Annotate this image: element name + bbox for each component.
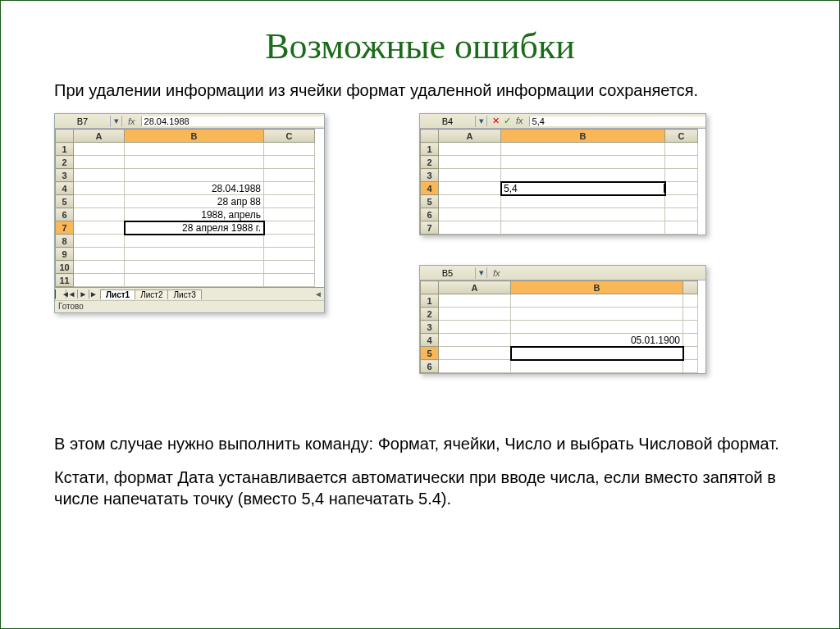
select-all-corner[interactable] (421, 130, 439, 143)
name-box[interactable]: B4 (420, 116, 476, 127)
fx-icon[interactable]: fx (491, 268, 503, 278)
screenshots-area: B7 ▾ fx 28.04.1988 A B C 1 2 3 428.04.19… (34, 113, 806, 408)
sheet-tabs-bar: ▏◄ ◄ ► ►▕ Лист1 Лист2 Лист3 ◄ (55, 287, 324, 300)
excel-screenshot-3: B5 ▾ fx A B 1 2 3 405.01.1900 5 6 (419, 265, 706, 374)
fx-icon[interactable]: fx (514, 116, 526, 126)
excel-screenshot-1: B7 ▾ fx 28.04.1988 A B C 1 2 3 428.04.19… (54, 113, 325, 313)
cell-b4[interactable]: 28.04.1988 (125, 182, 264, 195)
row-header[interactable]: 2 (56, 156, 74, 169)
cell-b5[interactable]: 28 апр 88 (125, 195, 264, 208)
tab-nav-prev-icon[interactable]: ◄ (66, 289, 78, 299)
formula-bar[interactable]: 28.04.1988 (141, 116, 324, 126)
row-header[interactable]: 4 (421, 182, 439, 195)
row-header[interactable]: 9 (56, 248, 74, 261)
tab-nav-last-icon[interactable]: ►▕ (89, 289, 101, 299)
col-header[interactable]: B (501, 130, 665, 143)
sheet-tab[interactable]: Лист2 (135, 289, 168, 299)
row-header[interactable]: 2 (421, 156, 439, 169)
enter-icon[interactable]: ✓ (502, 116, 512, 126)
row-header[interactable]: 7 (421, 221, 439, 235)
row-header[interactable]: 3 (421, 169, 439, 182)
fx-icon[interactable]: fx (126, 116, 138, 126)
page-title: Возможные ошибки (34, 25, 806, 67)
row-header[interactable]: 4 (421, 334, 439, 347)
row-header[interactable]: 1 (421, 143, 439, 156)
row-header[interactable]: 3 (56, 169, 74, 182)
paragraph-2: Кстати, формат Дата устанавливается авто… (54, 467, 790, 509)
cell-b4-editing[interactable]: 5,4 (501, 182, 665, 195)
row-header[interactable]: 1 (56, 143, 74, 156)
status-bar: Готово (55, 300, 324, 312)
row-header[interactable]: 7 (56, 221, 74, 235)
cell-b7-selected[interactable]: 28 апреля 1988 г. (125, 221, 264, 235)
sheet-tab[interactable]: Лист1 (100, 289, 135, 299)
row-header[interactable]: 2 (421, 308, 439, 321)
tab-nav-first-icon[interactable]: ▏◄ (55, 289, 66, 299)
sheet-tab[interactable]: Лист3 (167, 289, 201, 299)
tab-nav-next-icon[interactable]: ► (78, 289, 89, 299)
cell-b5-selected[interactable] (511, 347, 683, 360)
row-header[interactable]: 5 (421, 347, 439, 360)
select-all-corner[interactable] (421, 281, 439, 294)
cell-b4[interactable]: 05.01.1900 (511, 334, 683, 347)
col-header[interactable]: C (264, 130, 315, 143)
row-header[interactable]: 10 (56, 261, 74, 274)
col-header[interactable] (683, 281, 698, 294)
row-header[interactable]: 6 (421, 360, 439, 373)
cell-b6[interactable]: 1988, апрель (125, 208, 264, 221)
formula-bar[interactable]: 5,4 (529, 116, 705, 126)
col-header[interactable]: C (665, 130, 698, 143)
col-header[interactable]: B (125, 130, 264, 143)
row-header[interactable]: 8 (56, 235, 74, 248)
scroll-left-icon[interactable]: ◄ (314, 289, 322, 299)
row-header[interactable]: 6 (56, 208, 74, 221)
col-header[interactable]: A (74, 130, 125, 143)
row-header[interactable]: 1 (421, 294, 439, 308)
spreadsheet-grid[interactable]: A B 1 2 3 405.01.1900 5 6 (420, 280, 698, 373)
cancel-icon[interactable]: ✕ (491, 116, 500, 126)
row-header[interactable]: 3 (421, 321, 439, 334)
intro-text: При удалении информации из ячейки формат… (54, 80, 790, 101)
excel-screenshot-2: B4 ▾ ✕ ✓ fx 5,4 A B C 1 2 3 45, (419, 113, 706, 235)
name-box[interactable]: B5 (420, 267, 476, 279)
row-header[interactable]: 11 (56, 274, 74, 287)
col-header[interactable]: A (439, 281, 511, 294)
row-header[interactable]: 4 (56, 182, 74, 195)
row-header[interactable]: 6 (421, 208, 439, 221)
col-header[interactable]: A (439, 130, 501, 143)
row-header[interactable]: 5 (56, 195, 74, 208)
namebox-dropdown-icon[interactable]: ▾ (476, 267, 487, 278)
spreadsheet-grid[interactable]: A B C 1 2 3 428.04.1988 528 апр 88 61988… (55, 129, 315, 287)
row-header[interactable]: 5 (421, 195, 439, 208)
col-header[interactable]: B (511, 281, 683, 294)
spreadsheet-grid[interactable]: A B C 1 2 3 45,4 5 6 7 (420, 129, 698, 235)
namebox-dropdown-icon[interactable]: ▾ (476, 116, 487, 126)
select-all-corner[interactable] (56, 130, 74, 143)
name-box[interactable]: B7 (55, 116, 111, 127)
paragraph-1: В этом случае нужно выполнить команду: Ф… (54, 433, 790, 454)
namebox-dropdown-icon[interactable]: ▾ (111, 116, 122, 126)
